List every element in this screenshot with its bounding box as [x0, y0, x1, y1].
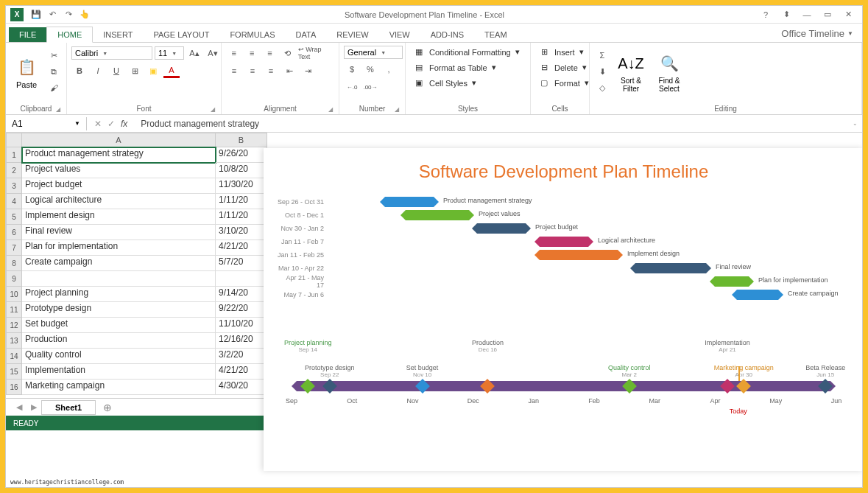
cell[interactable]: 3/10/20 — [216, 225, 267, 240]
row-header[interactable]: 3 — [6, 178, 22, 194]
cell[interactable]: Project values — [22, 163, 216, 178]
fx-icon[interactable]: fx — [121, 119, 127, 129]
cell[interactable]: Implement design — [22, 209, 216, 225]
underline-button[interactable]: U — [108, 63, 124, 78]
align-bottom-icon[interactable]: ≡ — [262, 46, 278, 60]
bold-button[interactable]: B — [71, 63, 88, 78]
tab-review[interactable]: REVIEW — [326, 27, 378, 42]
cell[interactable]: Final review — [22, 225, 216, 240]
cell[interactable]: 1/11/20 — [216, 209, 267, 225]
font-color-icon[interactable]: A — [163, 63, 180, 78]
cell[interactable]: 5/7/20 — [216, 256, 267, 271]
touch-mode-icon[interactable]: 👆 — [79, 9, 91, 21]
cell[interactable]: 12/16/20 — [216, 333, 267, 349]
row-header[interactable]: 14 — [6, 349, 22, 364]
align-launcher-icon[interactable]: ◢ — [328, 106, 333, 113]
cell[interactable]: 3/2/20 — [216, 349, 267, 364]
cell[interactable] — [216, 271, 267, 287]
align-right-icon[interactable]: ≡ — [263, 63, 279, 78]
cell[interactable]: 11/30/20 — [216, 178, 267, 194]
wrap-text-button[interactable]: ↩ Wrap Text — [298, 46, 334, 60]
cell[interactable]: 9/26/20 — [216, 147, 267, 163]
autosum-icon[interactable]: Σ — [594, 48, 610, 63]
cell[interactable]: 4/30/20 — [216, 380, 267, 395]
office-timeline-addin[interactable]: Office Timeline▼ — [772, 25, 862, 42]
close-button[interactable]: ✕ — [839, 7, 858, 22]
italic-button[interactable]: I — [90, 63, 106, 78]
cell[interactable]: Implementation — [22, 364, 216, 380]
sheet-nav-prev-icon[interactable]: ◀ — [12, 402, 27, 412]
tab-file[interactable]: FILE — [9, 27, 46, 42]
minimize-button[interactable]: — — [797, 7, 816, 22]
column-header-B[interactable]: B — [216, 133, 267, 147]
cell[interactable]: Quality control — [22, 349, 216, 364]
orientation-icon[interactable]: ⟲ — [280, 46, 295, 60]
row-header[interactable]: 12 — [6, 318, 22, 333]
cell[interactable]: Logical architecture — [22, 194, 216, 209]
increase-decimal-icon[interactable]: ←.0 — [344, 80, 360, 94]
tab-data[interactable]: DATA — [286, 27, 327, 42]
cell[interactable]: 1/11/20 — [216, 194, 267, 209]
undo-icon[interactable]: ↶ — [46, 9, 58, 21]
number-format-select[interactable]: General▼ — [344, 46, 403, 59]
paste-button[interactable]: 📋Paste — [10, 46, 43, 97]
cell[interactable]: 10/8/20 — [216, 163, 267, 178]
cell[interactable]: Plan for implementation — [22, 240, 216, 256]
cell-styles-button[interactable]: ▣Cell Styles▾ — [410, 77, 479, 89]
row-header[interactable]: 1 — [6, 147, 22, 163]
sheet-tab-sheet1[interactable]: Sheet1 — [41, 400, 96, 415]
clipboard-launcher-icon[interactable]: ◢ — [56, 106, 60, 113]
decrease-font-icon[interactable]: A▾ — [205, 46, 221, 60]
row-header[interactable]: 6 — [6, 225, 22, 240]
tab-home[interactable]: HOME — [46, 27, 93, 43]
cell[interactable]: 9/22/20 — [216, 302, 267, 318]
row-header[interactable]: 13 — [6, 333, 22, 349]
align-left-icon[interactable]: ≡ — [226, 63, 242, 78]
cancel-formula-icon[interactable]: ✕ — [94, 119, 102, 129]
format-as-table-button[interactable]: ▤Format as Table▾ — [410, 61, 499, 74]
find-select-button[interactable]: 🔍Find & Select — [652, 46, 687, 97]
cell[interactable]: Marketing campaign — [22, 380, 216, 395]
font-launcher-icon[interactable]: ◢ — [211, 106, 215, 113]
select-all-corner[interactable] — [6, 133, 22, 147]
cell[interactable]: Create campaign — [22, 256, 216, 271]
save-icon[interactable]: 💾 — [30, 9, 42, 21]
cell[interactable]: Project planning — [22, 287, 216, 302]
clear-icon[interactable]: ◇ — [594, 80, 610, 95]
row-header[interactable]: 2 — [6, 163, 22, 178]
help-icon[interactable]: ? — [756, 7, 775, 22]
cell[interactable]: 11/10/20 — [216, 318, 267, 333]
delete-cells-button[interactable]: ⊟Delete▾ — [535, 61, 590, 74]
format-painter-icon[interactable]: 🖌 — [46, 80, 62, 95]
new-sheet-button[interactable]: ⊕ — [96, 402, 119, 413]
enter-formula-icon[interactable]: ✓ — [107, 119, 115, 129]
decrease-indent-icon[interactable]: ⇤ — [281, 63, 297, 78]
number-launcher-icon[interactable]: ◢ — [395, 106, 399, 113]
border-icon[interactable]: ⊞ — [127, 63, 143, 78]
sort-filter-button[interactable]: A↓ZSort & Filter — [613, 46, 649, 97]
cell[interactable] — [22, 271, 216, 287]
cell[interactable]: Production — [22, 333, 216, 349]
copy-icon[interactable]: ⧉ — [46, 64, 62, 79]
insert-cells-button[interactable]: ⊞Insert▾ — [535, 46, 587, 58]
formula-input[interactable]: Product management strategy — [135, 117, 848, 130]
row-header[interactable]: 16 — [6, 380, 22, 395]
row-header[interactable]: 10 — [6, 287, 22, 302]
increase-indent-icon[interactable]: ⇥ — [300, 63, 316, 78]
row-header[interactable]: 7 — [6, 240, 22, 256]
cell[interactable]: 4/21/20 — [216, 240, 267, 256]
tab-team[interactable]: TEAM — [474, 27, 518, 42]
increase-font-icon[interactable]: A▴ — [186, 46, 202, 60]
cell[interactable]: Project budget — [22, 178, 216, 194]
format-cells-button[interactable]: ▢Format▾ — [535, 77, 592, 89]
conditional-formatting-button[interactable]: ▦Conditional Formatting▾ — [410, 46, 523, 58]
cut-icon[interactable]: ✂ — [46, 48, 62, 63]
cell[interactable]: 4/21/20 — [216, 364, 267, 380]
sheet-nav-next-icon[interactable]: ▶ — [27, 402, 41, 412]
fill-icon[interactable]: ⬇ — [594, 64, 610, 79]
row-header[interactable]: 15 — [6, 364, 22, 380]
tab-insert[interactable]: INSERT — [93, 27, 143, 42]
tab-page-layout[interactable]: PAGE LAYOUT — [143, 27, 219, 42]
column-header-A[interactable]: A — [22, 133, 216, 147]
row-header[interactable]: 9 — [6, 271, 22, 287]
